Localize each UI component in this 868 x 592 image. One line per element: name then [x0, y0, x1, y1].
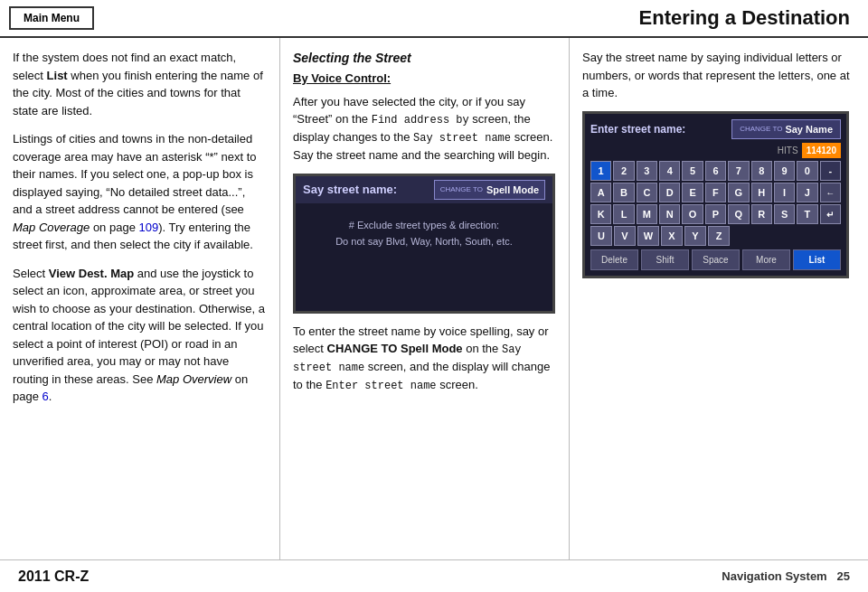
page-109-link[interactable]: 109 — [139, 221, 159, 234]
key-F[interactable]: F — [705, 183, 726, 202]
hits-row: HITS 114120 — [590, 143, 841, 158]
header: Main Menu Entering a Destination — [0, 0, 868, 38]
map-overview-link[interactable]: Map Overview — [156, 372, 231, 386]
key-Q[interactable]: Q — [728, 204, 749, 224]
key-4[interactable]: 4 — [659, 161, 680, 181]
page-6-link[interactable]: 6 — [42, 390, 49, 403]
key-L[interactable]: L — [613, 204, 634, 224]
say-name-button[interactable]: CHANGE TO Say Name — [731, 119, 841, 140]
key-M[interactable]: M — [637, 204, 657, 224]
space-button[interactable]: Space — [692, 249, 740, 270]
right-para-1: Say the street name by saying individual… — [582, 49, 855, 102]
footer-nav-info: Navigation System 25 — [722, 569, 850, 583]
key-U[interactable]: U — [590, 226, 612, 246]
keyboard: 1 2 3 4 5 6 7 8 9 0 - A B C D — [590, 161, 841, 246]
key-7[interactable]: 7 — [728, 161, 749, 181]
by-voice-label: By Voice Control: — [293, 70, 556, 88]
section-title: Selecting the Street — [293, 49, 556, 68]
key-row-a-j: A B C D E F G H I J ← — [590, 183, 841, 202]
spell-mode-label: Spell Mode — [486, 183, 539, 198]
left-column: If the system does not find an exact mat… — [0, 38, 280, 559]
screen-top-bar: Say street name: CHANGE TO Spell Mode — [296, 176, 552, 204]
key-G[interactable]: G — [728, 183, 749, 202]
shift-button[interactable]: Shift — [641, 249, 689, 270]
key-0[interactable]: 0 — [797, 161, 817, 181]
key-N[interactable]: N — [659, 204, 680, 224]
key-R[interactable]: R — [751, 204, 772, 224]
screen-body: # Exclude street types & direction: Do n… — [296, 203, 552, 264]
enter-street-ref: Enter street name — [326, 380, 436, 392]
main-content: If the system does not find an exact mat… — [0, 38, 868, 559]
more-button[interactable]: More — [742, 249, 790, 270]
main-menu-button[interactable]: Main Menu — [9, 6, 94, 30]
key-E[interactable]: E — [682, 183, 703, 202]
change-to-small-text: CHANGE TO — [440, 186, 483, 193]
right-column: Say the street name by saying individual… — [570, 38, 868, 559]
key-9[interactable]: 9 — [774, 161, 795, 181]
key-S[interactable]: S — [774, 204, 795, 224]
list-bold: List — [47, 69, 68, 82]
key-2[interactable]: 2 — [613, 161, 634, 181]
hits-value: 114120 — [802, 143, 841, 158]
key-row-u-z: U V W X Y Z — [590, 226, 841, 246]
key-D[interactable]: D — [659, 183, 680, 202]
view-dest-map-bold: View Dest. Map — [49, 267, 134, 280]
exclude-note-1: # Exclude street types & direction: — [307, 218, 542, 234]
find-address-text: Find address by — [372, 114, 469, 127]
say-street-screen: Say street name: CHANGE TO Spell Mode # … — [293, 174, 555, 314]
key-J[interactable]: J — [797, 183, 817, 202]
screen-say-label: Say street name: — [303, 181, 397, 199]
key-Y[interactable]: Y — [684, 226, 706, 246]
key-T[interactable]: T — [797, 204, 817, 224]
left-para-1: If the system does not find an exact mat… — [13, 49, 267, 119]
change-to-spell-mode-bold: CHANGE TO Spell Mode — [327, 342, 463, 355]
mid-column: Selecting the Street By Voice Control: A… — [280, 38, 570, 559]
footer: 2011 CR-Z Navigation System 25 — [0, 559, 868, 592]
key-A[interactable]: A — [590, 183, 611, 202]
key-V[interactable]: V — [614, 226, 636, 246]
delete-button[interactable]: Delete — [590, 249, 638, 270]
key-backspace[interactable]: ← — [820, 183, 841, 202]
key-W[interactable]: W — [637, 226, 659, 246]
key-5[interactable]: 5 — [682, 161, 703, 181]
key-3[interactable]: 3 — [637, 161, 657, 181]
say-name-label: Say Name — [785, 122, 833, 137]
nav-enter-label: Enter street name: — [590, 121, 685, 137]
action-row: Delete Shift Space More List — [590, 249, 841, 270]
footer-model: 2011 CR-Z — [18, 569, 89, 585]
key-row-k-t: K L M N O P Q R S T ↵ — [590, 204, 841, 224]
key-B[interactable]: B — [613, 183, 634, 202]
map-coverage-link[interactable]: Map Coverage — [13, 221, 90, 234]
key-C[interactable]: C — [637, 183, 657, 202]
change-to-tiny: CHANGE TO — [740, 126, 782, 133]
key-P[interactable]: P — [705, 204, 726, 224]
page-title: Entering a Destination — [94, 6, 859, 30]
hits-label: HITS — [778, 144, 798, 157]
left-para-2: Listings of cities and towns in the non-… — [13, 130, 267, 254]
key-row-numbers: 1 2 3 4 5 6 7 8 9 0 - — [590, 161, 841, 181]
mid-para-1: After you have selected the city, or if … — [293, 93, 556, 164]
key-enter[interactable]: ↵ — [820, 204, 841, 224]
footer-page-num: 25 — [837, 569, 850, 583]
key-H[interactable]: H — [751, 183, 772, 202]
exclude-note-2: Do not say Blvd, Way, North, South, etc. — [307, 234, 542, 250]
key-I[interactable]: I — [774, 183, 795, 202]
key-6[interactable]: 6 — [705, 161, 726, 181]
key-X[interactable]: X — [661, 226, 683, 246]
enter-street-screen: Enter street name: CHANGE TO Say Name HI… — [582, 111, 849, 279]
mid-para-2: To enter the street name by voice spelli… — [293, 323, 556, 395]
key-Z[interactable]: Z — [708, 226, 730, 246]
list-button[interactable]: List — [793, 249, 841, 270]
key-8[interactable]: 8 — [751, 161, 772, 181]
key-dash[interactable]: - — [820, 161, 841, 181]
footer-nav-label: Navigation System — [722, 569, 826, 583]
nav-top-bar: Enter street name: CHANGE TO Say Name — [590, 119, 841, 140]
key-K[interactable]: K — [590, 204, 611, 224]
change-to-spell-button[interactable]: CHANGE TO Spell Mode — [434, 180, 545, 201]
left-para-3: Select View Dest. Map and use the joysti… — [13, 265, 267, 406]
say-street-text: Say street name — [413, 132, 511, 145]
key-1[interactable]: 1 — [590, 161, 611, 181]
key-O[interactable]: O — [682, 204, 703, 224]
